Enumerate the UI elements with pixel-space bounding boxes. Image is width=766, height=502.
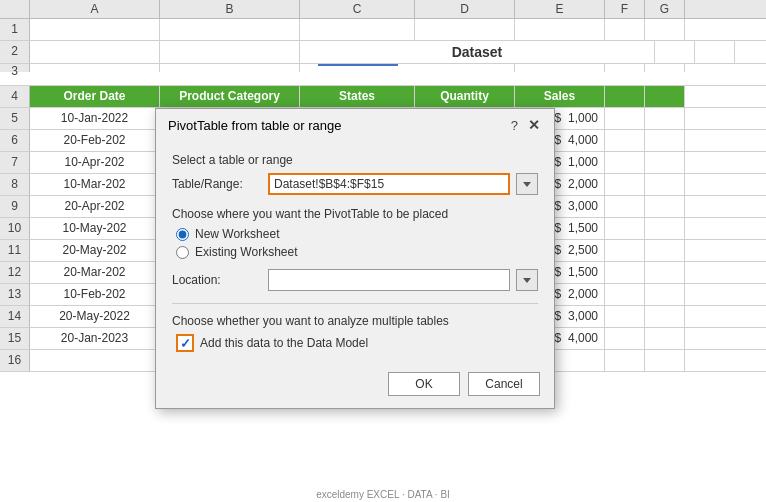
dialog-footer: OK Cancel — [156, 366, 554, 408]
table-range-label: Table/Range: — [172, 177, 262, 191]
dialog-body: Select a table or range Table/Range: Cho… — [156, 139, 554, 366]
placement-radio-group: New Worksheet Existing Worksheet — [172, 227, 538, 259]
location-label: Location: — [172, 273, 262, 287]
table-range-selector-button[interactable] — [516, 173, 538, 195]
checkbox-section: Choose whether you want to analyze multi… — [172, 314, 538, 352]
ok-button[interactable]: OK — [388, 372, 460, 396]
svg-marker-0 — [523, 182, 531, 187]
section1-label: Select a table or range — [172, 153, 538, 167]
dialog-titlebar: PivotTable from table or range ? ✕ — [156, 109, 554, 139]
checkmark-icon: ✓ — [180, 337, 191, 350]
section3-label: Choose whether you want to analyze multi… — [172, 314, 538, 328]
new-worksheet-row: New Worksheet — [176, 227, 538, 241]
existing-worksheet-row: Existing Worksheet — [176, 245, 538, 259]
dialog-title: PivotTable from table or range — [168, 118, 341, 133]
location-row: Location: — [172, 269, 538, 291]
divider — [172, 303, 538, 304]
dialog-controls: ? ✕ — [507, 117, 542, 133]
watermark: exceldemy EXCEL · DATA · BI — [316, 489, 450, 500]
dialog-close-button[interactable]: ✕ — [526, 117, 542, 133]
data-model-label: Add this data to the Data Model — [200, 336, 368, 350]
dialog-overlay: PivotTable from table or range ? ✕ Selec… — [0, 0, 766, 502]
location-selector-button[interactable] — [516, 269, 538, 291]
section2-label: Choose where you want the PivotTable to … — [172, 207, 538, 221]
location-input[interactable] — [268, 269, 510, 291]
cancel-button[interactable]: Cancel — [468, 372, 540, 396]
table-range-row: Table/Range: — [172, 173, 538, 195]
svg-marker-1 — [523, 278, 531, 283]
existing-worksheet-label: Existing Worksheet — [195, 245, 298, 259]
dialog-help-button[interactable]: ? — [507, 118, 522, 133]
checkbox-row: ✓ Add this data to the Data Model — [176, 334, 538, 352]
pivot-table-dialog: PivotTable from table or range ? ✕ Selec… — [155, 108, 555, 409]
table-range-input[interactable] — [268, 173, 510, 195]
new-worksheet-radio[interactable] — [176, 228, 189, 241]
existing-worksheet-radio[interactable] — [176, 246, 189, 259]
data-model-checkbox-wrapper[interactable]: ✓ — [176, 334, 194, 352]
new-worksheet-label: New Worksheet — [195, 227, 279, 241]
